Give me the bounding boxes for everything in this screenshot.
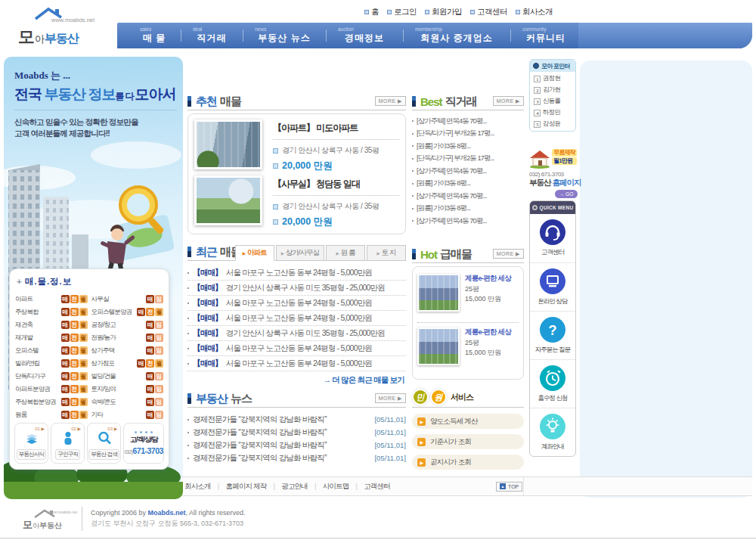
badge-전[interactable]: 전	[70, 372, 79, 380]
badge-매[interactable]: 매	[61, 385, 70, 393]
best-deal-row[interactable]: [원룸] 가야3동 8평...	[412, 178, 524, 191]
featured-listing[interactable]: 【아파트】 미도아파트 경기 안산시 상록구 사동 / 35평 20,000 만…	[194, 119, 399, 172]
badge-매[interactable]: 매	[146, 398, 154, 406]
badge-매[interactable]: 매	[61, 308, 70, 316]
more-button[interactable]: MORE ▶	[375, 96, 406, 106]
badge-월[interactable]: 월	[79, 308, 88, 316]
topbar-link[interactable]: 회원가입	[425, 7, 462, 17]
nav-item[interactable]: sales 매 물	[128, 23, 181, 48]
badge-월[interactable]: 월	[155, 308, 163, 316]
badge-매[interactable]: 매	[61, 321, 70, 329]
recent-listing-row[interactable]: 【매매】 서울 마포구 노고산동 동부 24평형 - 5,000만원	[187, 341, 406, 356]
listing-photo[interactable]	[417, 274, 460, 312]
badge-임[interactable]: 임	[155, 372, 163, 380]
badge-월[interactable]: 월	[79, 334, 88, 342]
listing-category-link[interactable]: 사무실	[91, 295, 147, 304]
topbar-link[interactable]: 회사소개	[516, 7, 553, 17]
badge-전[interactable]: 전	[146, 359, 154, 368]
badge-임[interactable]: 임	[155, 334, 163, 342]
news-row[interactable]: 경제전문가들 “강북지역의 강남화 바람직” [05/11,01]	[187, 452, 406, 464]
badge-전[interactable]: 전	[146, 308, 154, 316]
nav-item[interactable]: community 커뮤니티	[510, 23, 581, 48]
more-button[interactable]: MORE ▶	[375, 393, 406, 403]
badge-월[interactable]: 월	[79, 398, 88, 406]
badge-월[interactable]: 월	[79, 321, 88, 329]
listing-category-link[interactable]: 공장/창고	[91, 321, 147, 330]
listing-category-link[interactable]: 상가주택	[91, 346, 147, 355]
ranking-row[interactable]: 5 강성윤	[530, 117, 575, 129]
nav-item[interactable]: deal 직거래	[181, 23, 243, 48]
listing-category-link[interactable]: 오피스텔	[15, 346, 61, 355]
listing-photo[interactable]	[194, 175, 262, 225]
quick-faq[interactable]: ? 자주묻는 질문	[530, 311, 575, 359]
best-deal-row[interactable]: [상가주택] 면목4동 70평...	[412, 165, 524, 178]
best-deal-row[interactable]: [상가주택] 면목4동 70평...	[412, 190, 524, 203]
recent-tab[interactable]: 토 지	[367, 245, 406, 261]
recent-listing-row[interactable]: 【매매】 서울 마포구 노고산동 동부 24평형 - 5,000만원	[187, 296, 406, 311]
footer-link[interactable]: 사이트맵	[308, 482, 349, 492]
badge-전[interactable]: 전	[70, 308, 79, 316]
homepage-promo-banner[interactable]: 무료제작 월1만원 032) 671-3703 부동산 홈페이지 → GO	[529, 149, 578, 198]
badge-전[interactable]: 전	[70, 359, 79, 368]
badge-매[interactable]: 매	[61, 359, 70, 368]
recent-tab[interactable]: 원 룸	[326, 245, 365, 261]
customer-consult-box[interactable]: 고/객/상/담 032)671-3703	[123, 423, 164, 464]
badge-임[interactable]: 임	[155, 346, 163, 355]
listing-category-link[interactable]: 원룸	[15, 411, 61, 420]
badge-매[interactable]: 매	[137, 308, 145, 316]
quick-online-consult[interactable]: 온라인 상담	[530, 262, 575, 311]
quick-customer-center[interactable]: 고객센터	[530, 214, 575, 262]
badge-매[interactable]: 매	[137, 359, 145, 368]
recent-listing-row[interactable]: 【매매】 경기 안산시 상록구 사동 미도 35평형 - 25,000만원	[187, 281, 406, 296]
badge-매[interactable]: 매	[61, 334, 70, 342]
badge-임[interactable]: 임	[155, 398, 163, 406]
badge-전[interactable]: 전	[70, 346, 79, 355]
listing-category-link[interactable]: 토지/임야	[91, 385, 147, 394]
recent-listing-row[interactable]: 【매매】 서울 마포구 노고산동 동부 24평형 - 5,000만원	[187, 311, 406, 326]
more-button[interactable]: MORE ▶	[493, 96, 524, 106]
best-deal-row[interactable]: [원룸] 가야3동 8평...	[412, 203, 524, 216]
badge-월[interactable]: 월	[79, 385, 88, 393]
badge-월[interactable]: 월	[155, 359, 163, 368]
badge-전[interactable]: 전	[70, 334, 79, 342]
badge-매[interactable]: 매	[146, 346, 154, 355]
ranking-row[interactable]: 3 신동률	[530, 95, 575, 106]
listing-category-link[interactable]: 아파트	[15, 295, 61, 304]
hot-listing[interactable]: 계룡e-편한 세상 25평 15,000 만원	[417, 274, 519, 319]
nav-item[interactable]: news 부동산 뉴스	[243, 23, 326, 48]
civil-service-button[interactable]: ▶ 양도소득세 계산	[412, 414, 524, 429]
badge-임[interactable]: 임	[155, 411, 163, 419]
listing-category-link[interactable]: 주상복합분양권	[15, 398, 61, 407]
best-deal-row[interactable]: [단독/다가구] 부개2동 17평...	[412, 153, 524, 166]
listing-category-link[interactable]: 빌라/연립	[15, 359, 61, 368]
badge-월[interactable]: 월	[79, 295, 88, 303]
badge-월[interactable]: 월	[79, 346, 88, 355]
badge-매[interactable]: 매	[146, 321, 154, 329]
badge-월[interactable]: 월	[79, 359, 88, 368]
realestate-forms-button[interactable]: 01 ▶ 부동산서식	[14, 423, 48, 464]
ranking-row[interactable]: 2 김가현	[530, 83, 575, 95]
badge-임[interactable]: 임	[155, 295, 163, 303]
ranking-row[interactable]: 4 하정민	[530, 106, 575, 117]
badge-월[interactable]: 월	[79, 372, 88, 380]
quick-account-info[interactable]: 계좌안내	[530, 408, 575, 456]
best-deal-row[interactable]: [원룸] 가야3동 8평...	[412, 140, 524, 153]
badge-전[interactable]: 전	[70, 385, 79, 393]
badge-월[interactable]: 월	[79, 411, 88, 419]
footer-link[interactable]: 고객센터	[349, 482, 390, 492]
civil-service-button[interactable]: ▶ 기준시가 조회	[412, 434, 524, 449]
badge-전[interactable]: 전	[70, 411, 79, 419]
badge-매[interactable]: 매	[61, 411, 70, 419]
more-button[interactable]: MORE ▶	[493, 249, 524, 259]
listing-category-link[interactable]: 빌딩/건물	[91, 372, 147, 381]
listing-photo[interactable]	[417, 327, 460, 365]
scroll-top-button[interactable]: ▲ TOP	[496, 482, 522, 492]
listing-category-link[interactable]: 재개발	[15, 334, 61, 343]
best-deal-row[interactable]: [상가주택] 면목4동 70평...	[412, 215, 524, 228]
recent-listing-row[interactable]: 【매매】 서울 마포구 노고산동 동부 24평형 - 5,000만원	[187, 265, 406, 281]
badge-매[interactable]: 매	[61, 398, 70, 406]
go-button[interactable]: → GO	[555, 190, 578, 198]
badge-매[interactable]: 매	[146, 295, 154, 303]
ranking-row[interactable]: 1 권정현	[530, 72, 575, 83]
news-row[interactable]: 경제전문가들 “강북지역의 강남화 바람직” [05/11,01]	[187, 439, 406, 452]
